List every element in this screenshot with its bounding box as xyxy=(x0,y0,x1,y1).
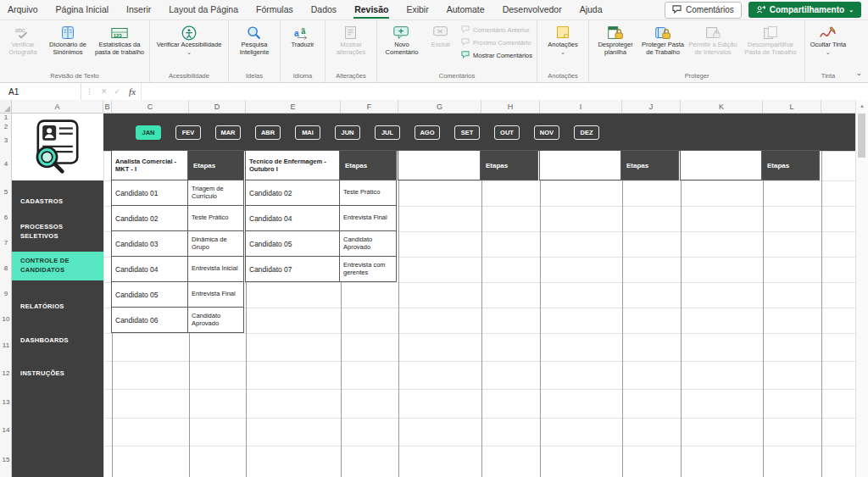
sidebar-item-relatorios[interactable]: RELATÓRIOS xyxy=(20,302,100,312)
sidebar-item-cadastros[interactable]: CADASTROS xyxy=(20,197,100,207)
previous-comment-button[interactable]: Comentário Anterior xyxy=(461,25,532,35)
select-all-corner[interactable] xyxy=(0,100,12,113)
stage-cell[interactable]: Entrevista com gerentes xyxy=(339,256,397,282)
row-header-9[interactable]: 9 xyxy=(0,290,12,298)
row-header-2[interactable]: 2 xyxy=(0,123,12,131)
col-header-a[interactable]: A xyxy=(12,100,103,113)
etapas-header-cell[interactable]: Etapas xyxy=(761,150,820,180)
enter-icon[interactable]: ✓ xyxy=(111,87,125,96)
month-tab-abr[interactable]: ABR xyxy=(255,125,281,140)
stage-cell[interactable]: Entrevista Final xyxy=(187,281,244,308)
candidate-cell[interactable]: Candidato 02 xyxy=(111,205,188,231)
delete-comment-button[interactable]: Excluir xyxy=(424,22,458,51)
tab-layout-da-pagina[interactable]: Layout da Página xyxy=(168,1,239,19)
hide-ink-button[interactable]: Ocultar Tinta ⌄ xyxy=(808,22,849,57)
row-header-8[interactable]: 8 xyxy=(0,264,12,273)
unprotect-sheet-button[interactable]: Desproteger planilha xyxy=(592,22,639,58)
month-tab-jul[interactable]: JUL xyxy=(375,125,400,140)
row-header-10[interactable]: 10 xyxy=(0,315,12,324)
stage-cell[interactable]: Candidato Aprovado xyxy=(339,230,397,257)
stage-cell[interactable]: Entrevista Inicial xyxy=(187,256,244,282)
col-header-f[interactable]: F xyxy=(341,100,398,113)
process-title-cell[interactable]: Analista Comercial - MKT - I xyxy=(111,150,188,180)
row-header-14[interactable]: 14 xyxy=(0,426,12,435)
check-accessibility-button[interactable]: Verificar Acessibilidade ⌄ xyxy=(153,22,225,57)
month-tab-fev[interactable]: FEV xyxy=(175,125,201,140)
sidebar-item-dashboards[interactable]: DASHBOARDS xyxy=(20,336,100,346)
candidate-cell[interactable]: Candidato 06 xyxy=(111,307,188,333)
tab-formulas[interactable]: Fórmulas xyxy=(255,1,294,19)
cancel-icon[interactable]: ✕ xyxy=(97,87,111,96)
month-tab-set[interactable]: SET xyxy=(454,125,480,140)
tab-inserir[interactable]: Inserir xyxy=(125,1,152,19)
etapas-header-cell[interactable]: Etapas xyxy=(339,150,397,180)
stage-cell[interactable]: Entrevista Final xyxy=(339,205,397,231)
scrollbar-thumb[interactable] xyxy=(858,114,865,158)
row-header-1[interactable]: 1 xyxy=(0,114,12,122)
col-header-g[interactable]: G xyxy=(398,100,481,113)
allow-edit-ranges-button[interactable]: Permitir a Edição de Intervalos xyxy=(687,22,739,58)
col-header-k[interactable]: K xyxy=(681,100,763,113)
process-title-cell[interactable] xyxy=(398,150,481,180)
month-tab-jan[interactable]: JAN xyxy=(136,125,161,140)
unshare-workbook-button[interactable]: Descompartilhar Pasta de Trabalho xyxy=(739,22,802,58)
next-comment-button[interactable]: Próximo Comentário xyxy=(461,38,532,47)
process-title-cell[interactable] xyxy=(539,150,621,180)
row-header-12[interactable]: 12 xyxy=(0,369,12,378)
tab-dados[interactable]: Dados xyxy=(310,1,337,19)
etapas-header-cell[interactable]: Etapas xyxy=(480,150,538,180)
candidate-cell[interactable]: Candidato 05 xyxy=(245,230,340,257)
tab-automate[interactable]: Automate xyxy=(446,1,486,19)
thesaurus-button[interactable]: Dicionário de Sinônimos xyxy=(43,22,92,58)
col-header-b[interactable]: B xyxy=(103,100,112,113)
month-tab-dez[interactable]: DEZ xyxy=(574,125,599,140)
spelling-button[interactable]: abc Verificar Ortografia xyxy=(3,22,43,58)
row-header-13[interactable]: 13 xyxy=(0,398,12,407)
tab-arquivo[interactable]: Arquivo xyxy=(7,1,39,19)
process-title-cell[interactable] xyxy=(680,150,762,180)
month-tab-out[interactable]: OUT xyxy=(494,125,520,140)
row-header-3[interactable]: 3 xyxy=(0,136,12,145)
scroll-up-icon[interactable]: ▲ xyxy=(856,100,868,112)
candidate-cell[interactable]: Candidato 03 xyxy=(111,230,188,257)
name-box[interactable]: A1 xyxy=(0,83,81,100)
month-tab-jun[interactable]: JUN xyxy=(335,125,360,140)
candidate-cell[interactable]: Candidato 07 xyxy=(245,256,340,282)
etapas-header-cell[interactable]: Etapas xyxy=(187,150,244,180)
new-comment-button[interactable]: Novo Comentário xyxy=(380,22,424,58)
row-header-4[interactable]: 4 xyxy=(0,160,12,169)
stage-cell[interactable]: Candidato Aprovado xyxy=(187,307,244,333)
month-tab-ago[interactable]: AGO xyxy=(415,125,440,140)
col-header-h[interactable]: H xyxy=(481,100,540,113)
stage-cell[interactable]: Teste Prático xyxy=(187,205,244,231)
col-header-j[interactable]: J xyxy=(622,100,681,113)
month-tab-mar[interactable]: MAR xyxy=(215,125,241,140)
candidate-cell[interactable]: Candidato 05 xyxy=(111,281,188,308)
tab-revisao[interactable]: Revisão xyxy=(353,1,389,19)
col-header-c[interactable]: C xyxy=(112,100,189,113)
col-header-l[interactable]: L xyxy=(763,100,821,113)
tab-ajuda[interactable]: Ajuda xyxy=(579,1,604,19)
comments-button[interactable]: Comentários xyxy=(665,2,742,19)
formula-input[interactable] xyxy=(141,83,868,100)
sidebar-item-controle-de-candidatos[interactable]: CONTROLE DE CANDIDATOS xyxy=(12,252,103,280)
row-header-6[interactable]: 6 xyxy=(0,214,12,222)
translate-button[interactable]: aã Traduzir xyxy=(283,22,322,51)
row-header-11[interactable]: 11 xyxy=(0,341,12,350)
col-header-i[interactable]: I xyxy=(540,100,622,113)
row-header-5[interactable]: 5 xyxy=(0,188,12,197)
row-header-7[interactable]: 7 xyxy=(0,239,12,247)
tab-pagina-inicial[interactable]: Página Inicial xyxy=(55,1,109,19)
show-comments-button[interactable]: Mostrar Comentários xyxy=(461,51,532,60)
col-header-e[interactable]: E xyxy=(246,100,341,113)
tab-exibir[interactable]: Exibir xyxy=(405,1,429,19)
share-button[interactable]: Compartilhamento ⌄ xyxy=(748,2,861,18)
stage-cell[interactable]: Teste Prático xyxy=(339,180,397,206)
insert-function-icon[interactable]: fx xyxy=(124,86,141,97)
stage-cell[interactable]: Triagem de Curriculo xyxy=(187,180,244,206)
col-header-partial[interactable] xyxy=(821,100,855,113)
smart-lookup-button[interactable]: Pesquisa Inteligente xyxy=(231,22,277,58)
collapse-ribbon-icon[interactable]: ⌄ xyxy=(855,69,862,77)
sidebar-item-instrucoes[interactable]: INSTRUÇÕES xyxy=(20,369,100,379)
vertical-scrollbar[interactable]: ▲ xyxy=(855,100,868,477)
